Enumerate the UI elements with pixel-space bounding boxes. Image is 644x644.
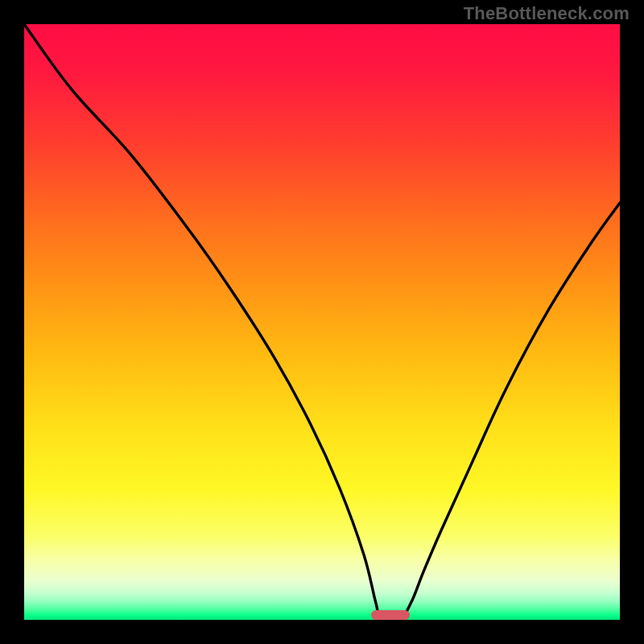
bottleneck-curve	[24, 24, 620, 620]
watermark-text: TheBottleneck.com	[464, 3, 630, 24]
optimal-indicator-pill	[371, 610, 409, 620]
axis-border-left	[0, 0, 24, 644]
chart-frame: TheBottleneck.com	[0, 0, 644, 644]
axis-border-right	[620, 0, 644, 644]
axis-border-bottom	[0, 620, 644, 644]
plot-area	[24, 24, 620, 620]
